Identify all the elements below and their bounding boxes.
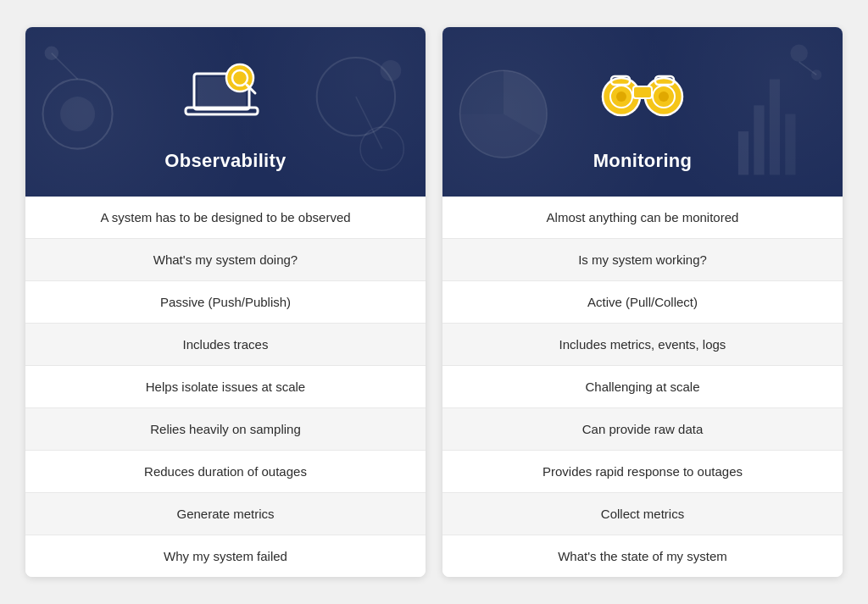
monitoring-row-8: What's the state of my system (442, 535, 843, 577)
svg-rect-16 (754, 105, 764, 175)
main-container: Observability A system has to be designe… (0, 2, 868, 602)
monitoring-row-7: Collect metrics (442, 493, 843, 535)
svg-point-19 (790, 45, 808, 63)
monitoring-rows: Almost anything can be monitoredIs my sy… (442, 197, 843, 577)
svg-point-1 (60, 97, 95, 131)
observability-row-3: Includes traces (25, 324, 426, 366)
svg-point-5 (360, 127, 403, 170)
observability-header: Observability (25, 27, 426, 197)
observability-row-2: Passive (Push/Publish) (25, 281, 426, 324)
binoculars-icon (596, 61, 689, 133)
monitoring-row-6: Provides rapid response to outages (442, 451, 843, 493)
observability-rows: A system has to be designed to be observ… (25, 197, 426, 577)
observability-row-7: Generate metrics (25, 493, 426, 535)
svg-point-4 (317, 58, 395, 136)
observability-row-5: Relies heavily on sampling (25, 408, 426, 451)
svg-rect-28 (633, 86, 652, 98)
observability-card: Observability A system has to be designe… (25, 27, 426, 577)
svg-line-6 (356, 97, 382, 149)
svg-point-3 (45, 47, 58, 60)
monitoring-row-2: Active (Pull/Collect) (442, 281, 843, 324)
svg-point-24 (616, 91, 626, 102)
monitoring-row-1: Is my system working? (442, 239, 843, 281)
observability-row-1: What's my system doing? (25, 239, 426, 281)
svg-line-2 (52, 53, 78, 80)
observability-row-8: Why my system failed (25, 535, 426, 577)
svg-rect-18 (785, 114, 795, 175)
svg-point-14 (460, 70, 548, 158)
observability-row-4: Helps isolate issues at scale (25, 366, 426, 408)
monitoring-card: Monitoring Almost anything can be monito… (442, 27, 843, 577)
observability-title: Observability (164, 150, 286, 172)
monitoring-row-0: Almost anything can be monitored (442, 197, 843, 239)
observability-icon-area (179, 61, 272, 136)
observability-row-0: A system has to be designed to be observ… (25, 197, 426, 239)
monitoring-header: Monitoring (442, 27, 843, 197)
monitoring-row-4: Challenging at scale (442, 366, 843, 408)
observability-row-6: Reduces duration of outages (25, 451, 426, 493)
svg-rect-17 (770, 80, 780, 175)
svg-point-27 (659, 91, 669, 102)
monitoring-title: Monitoring (593, 150, 693, 172)
monitoring-icon-area (596, 61, 689, 136)
svg-point-7 (381, 60, 402, 81)
monitoring-row-3: Includes metrics, events, logs (442, 324, 843, 366)
svg-line-20 (799, 62, 817, 75)
svg-rect-15 (738, 131, 748, 175)
svg-point-0 (43, 80, 113, 149)
svg-point-21 (811, 69, 821, 80)
monitoring-row-5: Can provide raw data (442, 408, 843, 451)
laptop-magnify-icon (179, 61, 272, 133)
